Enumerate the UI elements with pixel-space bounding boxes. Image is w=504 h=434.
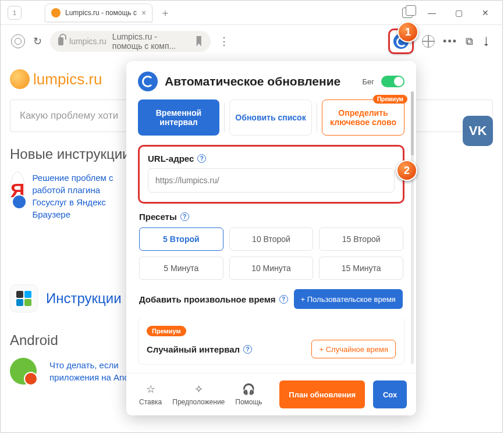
popup-footer: ☆Ставка ✧Предположение 🎧Помощь План обно… — [126, 373, 416, 415]
extension-popup: Автоматическое обновление Бег Временной … — [126, 61, 416, 415]
platforms-icon — [10, 284, 38, 312]
android-article-link[interactable]: Что делать, еслиприложения на Andr — [49, 359, 132, 383]
tab-refresh-list[interactable]: Обновить список — [229, 99, 312, 136]
preset-10s[interactable]: 10 Второй — [229, 227, 314, 251]
suggest-button[interactable]: ✧Предположение — [169, 383, 228, 406]
random-interval-section: Премиум Случайный интервал? + Случайное … — [138, 317, 404, 365]
lightbulb-icon: ✧ — [194, 383, 203, 396]
preset-15m[interactable]: 15 Минута — [319, 257, 403, 280]
help-button[interactable]: 🎧Помощь — [232, 383, 265, 406]
add-custom-time-button[interactable]: + Пользовательское время — [294, 289, 403, 309]
android-icon — [10, 358, 37, 385]
run-label: Бег — [362, 77, 374, 86]
rate-button[interactable]: ☆Ставка — [136, 383, 165, 406]
url-bar: ↻ lumpics.ru Lumpics.ru - помощь с комп.… — [1, 25, 502, 58]
presets-section: Пресеты? 5 Второй 10 Второй 15 Второй 5 … — [139, 212, 403, 280]
refresh-icon — [138, 72, 158, 91]
yandex-browser-icon: Я — [10, 172, 25, 209]
browser-tab[interactable]: Lumpics.ru - помощь с × — [45, 3, 152, 22]
svg-rect-0 — [16, 291, 23, 298]
instructions-label: Инструкции — [46, 290, 122, 307]
svg-rect-3 — [24, 299, 31, 306]
new-tab-button[interactable]: ＋ — [157, 5, 173, 21]
svg-rect-2 — [16, 299, 23, 306]
tab-title: Lumpics.ru - помощь с — [65, 9, 137, 17]
run-toggle[interactable] — [381, 76, 404, 87]
url-label: URL-адрес — [148, 154, 194, 163]
headset-icon: 🎧 — [242, 383, 255, 396]
star-icon: ☆ — [146, 383, 155, 396]
window-close-button[interactable]: ✕ — [472, 3, 499, 22]
copy-icon[interactable] — [402, 8, 413, 18]
logo-text: lumpics.ru — [33, 70, 102, 88]
tab-keyword[interactable]: Определить ключевое слово Премиум — [322, 99, 404, 136]
url-page-title: Lumpics.ru - помощь с комп... — [112, 32, 184, 51]
article-card[interactable]: Я Решение проблем с работой плагина Госу… — [10, 172, 132, 220]
downloads-icon[interactable]: ⭣ — [481, 35, 492, 48]
page-menu-icon[interactable]: ⋮ — [219, 35, 228, 48]
premium-badge-random: Премиум — [147, 326, 186, 336]
preset-10m[interactable]: 10 Минута — [229, 257, 314, 280]
mode-tabs: Временной интервал Обновить список Опред… — [138, 99, 404, 136]
yandex-home-icon[interactable] — [11, 34, 25, 48]
random-help-icon[interactable]: ? — [243, 345, 252, 354]
save-button[interactable]: Сох — [373, 380, 407, 408]
custom-time-label: Добавить произвольное время — [139, 294, 276, 304]
popup-title: Автоматическое обновление — [165, 74, 340, 88]
window-titlebar: 1 Lumpics.ru - помощь с × ＋ — ▢ ✕ — [1, 1, 502, 25]
url-input[interactable] — [148, 168, 395, 193]
lock-icon — [58, 37, 63, 45]
tab-counter-button[interactable]: 1 — [8, 6, 22, 20]
tab-favicon — [51, 8, 61, 17]
window-minimize-button[interactable]: — — [418, 3, 445, 22]
reload-icon[interactable]: ↻ — [33, 35, 42, 48]
address-field[interactable]: lumpics.ru Lumpics.ru - помощь с комп... — [50, 31, 211, 52]
logo-icon — [10, 69, 30, 89]
add-random-time-button[interactable]: + Случайное время — [311, 340, 396, 358]
preset-15s[interactable]: 15 Второй — [319, 227, 403, 251]
presets-label: Пресеты — [139, 212, 177, 222]
more-icon[interactable]: ••• — [443, 35, 457, 48]
tab-close-icon[interactable]: × — [141, 8, 146, 17]
translate-icon[interactable] — [422, 35, 435, 48]
premium-badge: Премиум — [373, 95, 407, 104]
url-section: URL-адрес? — [138, 145, 404, 204]
article-link[interactable]: Решение проблем с работой плагина Госусл… — [32, 172, 132, 220]
url-help-icon[interactable]: ? — [197, 154, 206, 163]
random-interval-label: Случайный интервал — [147, 344, 240, 354]
svg-rect-1 — [24, 291, 31, 298]
callout-1: 1 — [397, 22, 418, 42]
popup-scrollbar[interactable] — [411, 91, 414, 364]
preset-5m[interactable]: 5 Минута — [139, 257, 223, 280]
tab-time-interval[interactable]: Временной интервал — [138, 99, 219, 136]
url-domain: lumpics.ru — [69, 37, 107, 46]
custom-help-icon[interactable]: ? — [279, 295, 288, 304]
presets-help-icon[interactable]: ? — [180, 212, 189, 221]
callout-2: 2 — [396, 160, 417, 181]
vk-share-button[interactable]: VK — [463, 116, 493, 146]
upgrade-plan-button[interactable]: План обновления — [279, 380, 365, 408]
preset-5s[interactable]: 5 Второй — [139, 227, 223, 251]
extensions-icon[interactable]: ⧉ — [466, 35, 473, 48]
bookmark-icon[interactable] — [196, 36, 203, 47]
window-maximize-button[interactable]: ▢ — [445, 3, 472, 22]
